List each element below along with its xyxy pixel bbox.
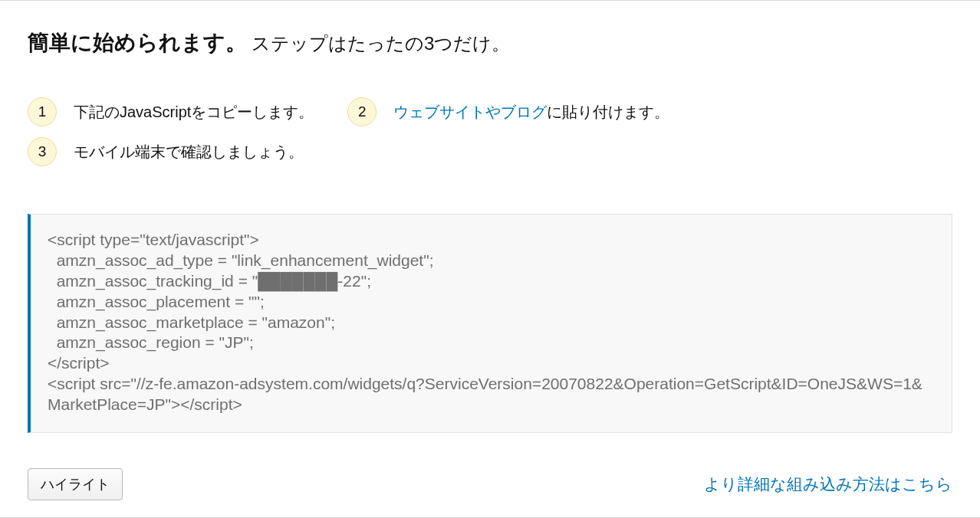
highlight-button[interactable]: ハイライト [28, 468, 123, 500]
heading-sub: ステップはたったの3つだけ。 [252, 33, 510, 54]
steps: 1 下記のJavaScriptをコピーします。 2 ウェブサイトやブログに貼り付… [28, 97, 952, 166]
steps-row-1: 1 下記のJavaScriptをコピーします。 2 ウェブサイトやブログに貼り付… [28, 97, 952, 126]
more-details-link[interactable]: より詳細な組み込み方法はこちら [704, 474, 952, 495]
step-2-number-badge: 2 [347, 97, 377, 126]
step-3: 3 モバイル端末で確認しましょう。 [28, 137, 304, 166]
step-2-after: に貼り付けます。 [547, 103, 669, 120]
step-2-link[interactable]: ウェブサイトやブログ [393, 103, 547, 120]
footer-row: ハイライト より詳細な組み込み方法はこちら [28, 468, 952, 500]
page: 簡単に始められます。ステップはたったの3つだけ。 1 下記のJavaScript… [0, 0, 980, 518]
heading-main: 簡単に始められます。 [28, 31, 247, 54]
step-2: 2 ウェブサイトやブログに貼り付けます。 [347, 97, 669, 126]
javascript-code-block[interactable]: <script type="text/javascript"> amzn_ass… [28, 214, 952, 433]
step-3-number-badge: 3 [28, 137, 57, 166]
step-1-number-badge: 1 [28, 97, 57, 126]
step-1: 1 下記のJavaScriptをコピーします。 [28, 97, 314, 126]
heading-row: 簡単に始められます。ステップはたったの3つだけ。 [28, 28, 952, 57]
step-3-text: モバイル端末で確認しましょう。 [74, 142, 304, 162]
step-1-text: 下記のJavaScriptをコピーします。 [74, 102, 314, 123]
step-2-text: ウェブサイトやブログに貼り付けます。 [393, 102, 669, 123]
steps-row-2: 3 モバイル端末で確認しましょう。 [28, 137, 952, 166]
